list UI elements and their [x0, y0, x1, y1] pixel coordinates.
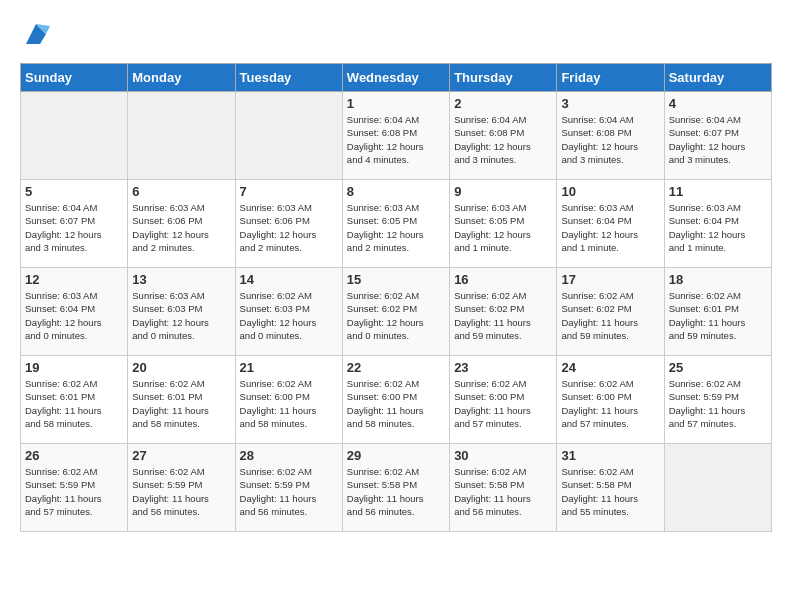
day-number: 21	[240, 360, 338, 375]
day-number: 11	[669, 184, 767, 199]
weekday-header-thursday: Thursday	[450, 64, 557, 92]
calendar-cell: 27Sunrise: 6:02 AM Sunset: 5:59 PM Dayli…	[128, 444, 235, 532]
day-number: 6	[132, 184, 230, 199]
day-info: Sunrise: 6:02 AM Sunset: 6:01 PM Dayligh…	[25, 377, 123, 430]
calendar-table: SundayMondayTuesdayWednesdayThursdayFrid…	[20, 63, 772, 532]
day-number: 14	[240, 272, 338, 287]
calendar-cell: 22Sunrise: 6:02 AM Sunset: 6:00 PM Dayli…	[342, 356, 449, 444]
day-info: Sunrise: 6:04 AM Sunset: 6:08 PM Dayligh…	[347, 113, 445, 166]
day-info: Sunrise: 6:03 AM Sunset: 6:03 PM Dayligh…	[132, 289, 230, 342]
day-info: Sunrise: 6:02 AM Sunset: 6:02 PM Dayligh…	[347, 289, 445, 342]
calendar-cell: 6Sunrise: 6:03 AM Sunset: 6:06 PM Daylig…	[128, 180, 235, 268]
day-info: Sunrise: 6:04 AM Sunset: 6:07 PM Dayligh…	[25, 201, 123, 254]
week-row-5: 26Sunrise: 6:02 AM Sunset: 5:59 PM Dayli…	[21, 444, 772, 532]
weekday-header-wednesday: Wednesday	[342, 64, 449, 92]
day-number: 27	[132, 448, 230, 463]
day-info: Sunrise: 6:03 AM Sunset: 6:05 PM Dayligh…	[454, 201, 552, 254]
weekday-header-saturday: Saturday	[664, 64, 771, 92]
calendar-cell: 20Sunrise: 6:02 AM Sunset: 6:01 PM Dayli…	[128, 356, 235, 444]
calendar-cell: 23Sunrise: 6:02 AM Sunset: 6:00 PM Dayli…	[450, 356, 557, 444]
calendar-cell: 12Sunrise: 6:03 AM Sunset: 6:04 PM Dayli…	[21, 268, 128, 356]
calendar-cell	[235, 92, 342, 180]
day-number: 28	[240, 448, 338, 463]
calendar-cell: 5Sunrise: 6:04 AM Sunset: 6:07 PM Daylig…	[21, 180, 128, 268]
calendar-cell: 29Sunrise: 6:02 AM Sunset: 5:58 PM Dayli…	[342, 444, 449, 532]
day-info: Sunrise: 6:02 AM Sunset: 6:01 PM Dayligh…	[132, 377, 230, 430]
day-info: Sunrise: 6:03 AM Sunset: 6:06 PM Dayligh…	[132, 201, 230, 254]
logo-icon	[22, 20, 50, 48]
weekday-header-friday: Friday	[557, 64, 664, 92]
day-info: Sunrise: 6:03 AM Sunset: 6:05 PM Dayligh…	[347, 201, 445, 254]
day-info: Sunrise: 6:02 AM Sunset: 6:00 PM Dayligh…	[454, 377, 552, 430]
calendar-cell: 31Sunrise: 6:02 AM Sunset: 5:58 PM Dayli…	[557, 444, 664, 532]
day-info: Sunrise: 6:02 AM Sunset: 5:58 PM Dayligh…	[347, 465, 445, 518]
logo	[20, 20, 50, 53]
day-number: 26	[25, 448, 123, 463]
calendar-cell: 11Sunrise: 6:03 AM Sunset: 6:04 PM Dayli…	[664, 180, 771, 268]
calendar-cell: 10Sunrise: 6:03 AM Sunset: 6:04 PM Dayli…	[557, 180, 664, 268]
day-info: Sunrise: 6:02 AM Sunset: 5:58 PM Dayligh…	[454, 465, 552, 518]
day-number: 20	[132, 360, 230, 375]
week-row-2: 5Sunrise: 6:04 AM Sunset: 6:07 PM Daylig…	[21, 180, 772, 268]
calendar-cell: 15Sunrise: 6:02 AM Sunset: 6:02 PM Dayli…	[342, 268, 449, 356]
weekday-header-row: SundayMondayTuesdayWednesdayThursdayFrid…	[21, 64, 772, 92]
day-number: 4	[669, 96, 767, 111]
day-number: 25	[669, 360, 767, 375]
day-number: 22	[347, 360, 445, 375]
calendar-cell: 14Sunrise: 6:02 AM Sunset: 6:03 PM Dayli…	[235, 268, 342, 356]
day-number: 31	[561, 448, 659, 463]
calendar-cell: 13Sunrise: 6:03 AM Sunset: 6:03 PM Dayli…	[128, 268, 235, 356]
day-number: 30	[454, 448, 552, 463]
week-row-4: 19Sunrise: 6:02 AM Sunset: 6:01 PM Dayli…	[21, 356, 772, 444]
week-row-1: 1Sunrise: 6:04 AM Sunset: 6:08 PM Daylig…	[21, 92, 772, 180]
weekday-header-sunday: Sunday	[21, 64, 128, 92]
day-number: 5	[25, 184, 123, 199]
day-info: Sunrise: 6:02 AM Sunset: 6:02 PM Dayligh…	[454, 289, 552, 342]
day-info: Sunrise: 6:03 AM Sunset: 6:04 PM Dayligh…	[669, 201, 767, 254]
calendar-cell: 8Sunrise: 6:03 AM Sunset: 6:05 PM Daylig…	[342, 180, 449, 268]
day-number: 16	[454, 272, 552, 287]
calendar-cell: 28Sunrise: 6:02 AM Sunset: 5:59 PM Dayli…	[235, 444, 342, 532]
calendar-cell: 4Sunrise: 6:04 AM Sunset: 6:07 PM Daylig…	[664, 92, 771, 180]
calendar-cell: 3Sunrise: 6:04 AM Sunset: 6:08 PM Daylig…	[557, 92, 664, 180]
day-info: Sunrise: 6:03 AM Sunset: 6:06 PM Dayligh…	[240, 201, 338, 254]
calendar-cell: 18Sunrise: 6:02 AM Sunset: 6:01 PM Dayli…	[664, 268, 771, 356]
day-info: Sunrise: 6:04 AM Sunset: 6:08 PM Dayligh…	[454, 113, 552, 166]
day-info: Sunrise: 6:03 AM Sunset: 6:04 PM Dayligh…	[25, 289, 123, 342]
day-info: Sunrise: 6:04 AM Sunset: 6:07 PM Dayligh…	[669, 113, 767, 166]
day-number: 13	[132, 272, 230, 287]
calendar-cell	[128, 92, 235, 180]
day-number: 29	[347, 448, 445, 463]
calendar-container: SundayMondayTuesdayWednesdayThursdayFrid…	[0, 0, 792, 542]
day-number: 18	[669, 272, 767, 287]
week-row-3: 12Sunrise: 6:03 AM Sunset: 6:04 PM Dayli…	[21, 268, 772, 356]
day-number: 15	[347, 272, 445, 287]
day-info: Sunrise: 6:02 AM Sunset: 5:58 PM Dayligh…	[561, 465, 659, 518]
calendar-cell: 26Sunrise: 6:02 AM Sunset: 5:59 PM Dayli…	[21, 444, 128, 532]
calendar-cell: 7Sunrise: 6:03 AM Sunset: 6:06 PM Daylig…	[235, 180, 342, 268]
day-number: 8	[347, 184, 445, 199]
day-number: 19	[25, 360, 123, 375]
day-info: Sunrise: 6:02 AM Sunset: 6:00 PM Dayligh…	[347, 377, 445, 430]
calendar-cell	[664, 444, 771, 532]
calendar-cell: 2Sunrise: 6:04 AM Sunset: 6:08 PM Daylig…	[450, 92, 557, 180]
day-number: 3	[561, 96, 659, 111]
day-info: Sunrise: 6:02 AM Sunset: 5:59 PM Dayligh…	[132, 465, 230, 518]
day-info: Sunrise: 6:02 AM Sunset: 5:59 PM Dayligh…	[25, 465, 123, 518]
calendar-cell: 9Sunrise: 6:03 AM Sunset: 6:05 PM Daylig…	[450, 180, 557, 268]
calendar-cell: 1Sunrise: 6:04 AM Sunset: 6:08 PM Daylig…	[342, 92, 449, 180]
day-info: Sunrise: 6:02 AM Sunset: 6:03 PM Dayligh…	[240, 289, 338, 342]
day-number: 17	[561, 272, 659, 287]
day-number: 23	[454, 360, 552, 375]
day-info: Sunrise: 6:02 AM Sunset: 5:59 PM Dayligh…	[669, 377, 767, 430]
day-number: 24	[561, 360, 659, 375]
day-number: 2	[454, 96, 552, 111]
calendar-cell: 19Sunrise: 6:02 AM Sunset: 6:01 PM Dayli…	[21, 356, 128, 444]
day-info: Sunrise: 6:02 AM Sunset: 5:59 PM Dayligh…	[240, 465, 338, 518]
calendar-cell: 17Sunrise: 6:02 AM Sunset: 6:02 PM Dayli…	[557, 268, 664, 356]
day-info: Sunrise: 6:03 AM Sunset: 6:04 PM Dayligh…	[561, 201, 659, 254]
weekday-header-monday: Monday	[128, 64, 235, 92]
day-info: Sunrise: 6:04 AM Sunset: 6:08 PM Dayligh…	[561, 113, 659, 166]
day-info: Sunrise: 6:02 AM Sunset: 6:02 PM Dayligh…	[561, 289, 659, 342]
calendar-cell: 30Sunrise: 6:02 AM Sunset: 5:58 PM Dayli…	[450, 444, 557, 532]
